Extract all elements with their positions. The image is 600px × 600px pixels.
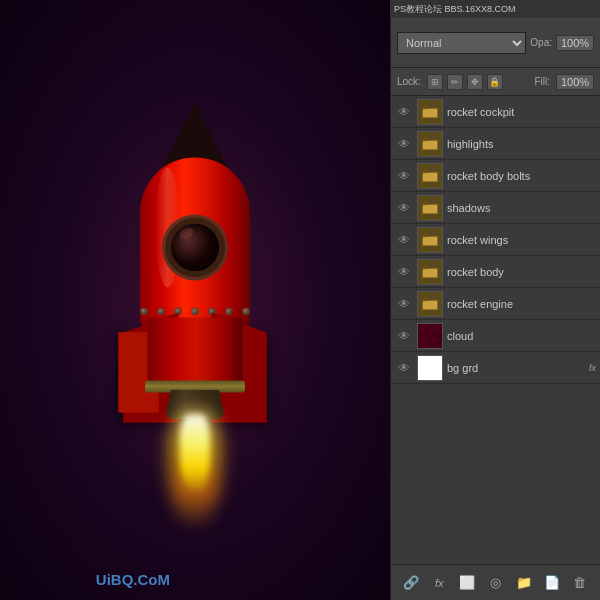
lock-all-icon[interactable]: 🔒 (487, 74, 503, 90)
layer-thumbnail (417, 355, 443, 381)
layer-item-cloud[interactable]: 👁 cloud (391, 320, 600, 352)
rocket-flame (170, 414, 220, 534)
layer-name-text: bg grd (447, 362, 583, 374)
opacity-value[interactable]: 100% (556, 35, 594, 51)
layer-name-text: shadows (447, 202, 596, 214)
layer-item-rocket-engine[interactable]: 👁 rocket engine (391, 288, 600, 320)
site-url-bar: PS教程论坛 BBS.16XX8.COM (390, 0, 600, 18)
layer-item-shadows[interactable]: 👁 shadows (391, 192, 600, 224)
layer-name-text: highlights (447, 138, 596, 150)
layer-thumbnail (417, 323, 443, 349)
eye-visibility-icon[interactable]: 👁 (395, 327, 413, 345)
layer-item-rocket-body-bolts[interactable]: 👁 rocket body bolts (391, 160, 600, 192)
lock-label: Lock: (397, 76, 421, 87)
eye-visibility-icon[interactable]: 👁 (395, 135, 413, 153)
svg-rect-5 (423, 141, 437, 149)
lock-row: Lock: ⊞ ✏ ✥ 🔒 Fill: 100% (391, 68, 600, 96)
delete-icon[interactable]: 🗑 (569, 572, 591, 594)
lock-move-icon[interactable]: ✥ (467, 74, 483, 90)
rocket-lower-body (148, 317, 243, 387)
layer-name-text: rocket cockpit (447, 106, 596, 118)
svg-rect-11 (423, 205, 437, 213)
layers-list: 👁 rocket cockpit👁 highlights👁 rocket bod… (391, 96, 600, 564)
layer-name-text: rocket body (447, 266, 596, 278)
layer-item-bg-grd[interactable]: 👁bg grdfx (391, 352, 600, 384)
svg-point-26 (432, 337, 436, 341)
rivet (191, 307, 199, 315)
svg-rect-20 (423, 301, 437, 309)
fill-label: Fill: (534, 76, 550, 87)
layer-thumbnail (417, 99, 443, 125)
rocket-porthole (165, 217, 225, 277)
eye-visibility-icon[interactable]: 👁 (395, 199, 413, 217)
panel-top-bar: Normal Opa: 100% (391, 18, 600, 68)
rocket-illustration (105, 102, 285, 482)
eye-visibility-icon[interactable]: 👁 (395, 359, 413, 377)
eye-visibility-icon[interactable]: 👁 (395, 231, 413, 249)
new-layer-icon[interactable]: 📄 (541, 572, 563, 594)
layer-name-text: rocket engine (447, 298, 596, 310)
layer-name-text: cloud (447, 330, 596, 342)
layer-thumbnail (417, 195, 443, 221)
layer-item-rocket-cockpit[interactable]: 👁 rocket cockpit (391, 96, 600, 128)
layer-item-highlights[interactable]: 👁 highlights (391, 128, 600, 160)
layer-thumbnail (417, 163, 443, 189)
eye-visibility-icon[interactable]: 👁 (395, 263, 413, 281)
layer-thumbnail (417, 131, 443, 157)
layer-item-rocket-wings[interactable]: 👁 rocket wings (391, 224, 600, 256)
layer-thumbnail (417, 259, 443, 285)
layer-name-text: rocket wings (447, 234, 596, 246)
eye-visibility-icon[interactable]: 👁 (395, 295, 413, 313)
layers-panel: PS教程论坛 BBS.16XX8.COM Normal Opa: 100% Lo… (390, 0, 600, 600)
layer-name-text: rocket body bolts (447, 170, 596, 182)
rocket-body (140, 157, 250, 337)
new-folder-icon[interactable]: 📁 (513, 572, 535, 594)
fx-badge: fx (589, 363, 596, 373)
svg-point-25 (424, 336, 429, 341)
canvas-area: UiBQ.CoM (0, 0, 390, 600)
layer-item-rocket-body[interactable]: 👁 rocket body (391, 256, 600, 288)
svg-rect-14 (423, 237, 437, 245)
eye-visibility-icon[interactable]: 👁 (395, 103, 413, 121)
lock-icons-group: ⊞ ✏ ✥ 🔒 (427, 74, 503, 90)
mask-icon[interactable]: ⬜ (456, 572, 478, 594)
svg-point-22 (421, 327, 425, 331)
svg-point-23 (427, 329, 433, 335)
site-watermark: UiBQ.CoM (96, 571, 170, 588)
link-icon[interactable]: 🔗 (400, 572, 422, 594)
svg-rect-2 (423, 109, 437, 117)
fill-value[interactable]: 100% (556, 74, 594, 90)
panel-bottom-toolbar: 🔗 fx ⬜ ◎ 📁 📄 🗑 (391, 564, 600, 600)
opacity-label: Opa: (530, 37, 552, 48)
eye-visibility-icon[interactable]: 👁 (395, 167, 413, 185)
blend-mode-select[interactable]: Normal (397, 32, 526, 54)
layer-thumbnail (417, 291, 443, 317)
fx-icon[interactable]: fx (428, 572, 450, 594)
svg-point-24 (435, 327, 439, 331)
layer-thumbnail (417, 227, 443, 253)
lock-checkers-icon[interactable]: ⊞ (427, 74, 443, 90)
adjustment-icon[interactable]: ◎ (484, 572, 506, 594)
flame-inner (180, 414, 210, 494)
svg-rect-8 (423, 173, 437, 181)
lock-brush-icon[interactable]: ✏ (447, 74, 463, 90)
svg-rect-17 (423, 269, 437, 277)
